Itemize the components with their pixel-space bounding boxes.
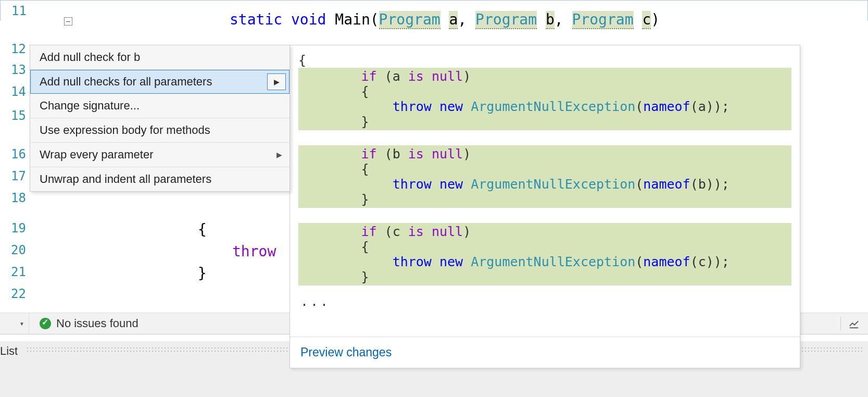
fold-toggle-icon[interactable] [64,17,72,26]
chevron-right-icon: ▶ [276,151,282,159]
code-brace-open[interactable]: { [198,221,207,238]
quick-actions-menu: Add null check for b Add null checks for… [30,45,290,192]
code-throw[interactable]: throw [232,243,276,260]
cleanup-icon[interactable] [848,318,860,329]
preview-ellipsis: ... [290,289,800,319]
menu-item-unwrap-indent-params[interactable]: Unwrap and indent all parameters [30,167,290,191]
status-dropdown[interactable]: ▼ [0,313,29,334]
menu-item-add-null-checks-all[interactable]: Add null checks for all parameters ▶ [30,70,290,94]
line-number: 11 [1,4,32,18]
code-brace-close[interactable]: } [198,265,207,282]
submenu-expand-icon[interactable]: ▶ [267,73,286,90]
menu-item-add-null-check-b[interactable]: Add null check for b [30,45,290,70]
menu-item-expression-body[interactable]: Use expression body for methods [30,118,290,143]
menu-item-wrap-every-parameter[interactable]: Wrap every parameter ▶ [30,143,290,167]
panel-title[interactable]: List [0,344,21,358]
preview-code: { if (a is null) { throw new ArgumentNul… [290,45,800,289]
separator [840,317,841,330]
check-ok-icon [40,318,51,329]
menu-item-change-signature[interactable]: Change signature... [30,94,290,118]
status-text: No issues found [56,317,139,330]
code-preview-panel: { if (a is null) { throw new ArgumentNul… [290,45,800,368]
code-text[interactable]: static void Main(Program a, Program b, P… [157,0,660,28]
preview-changes-link[interactable]: Preview changes [300,345,392,359]
chevron-down-icon: ▼ [19,321,24,327]
code-line-11[interactable]: 11 static void Main(Program a, Program b… [0,0,868,21]
